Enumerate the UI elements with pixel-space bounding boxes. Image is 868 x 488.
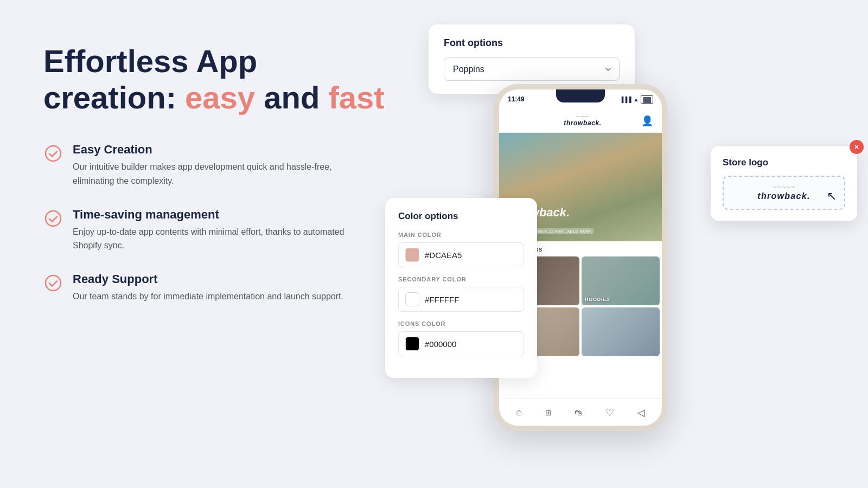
- svg-point-0: [46, 146, 61, 161]
- right-panel: Font options Poppins Roboto Inter Montse…: [380, 0, 868, 488]
- wifi-icon: ▲: [634, 97, 639, 102]
- phone-app-header: 〜〜〜 throwback. 👤: [499, 109, 662, 133]
- svg-point-1: [46, 211, 61, 226]
- secondary-color-swatch: [405, 292, 419, 306]
- phone-profile-icon[interactable]: 👤: [641, 115, 653, 127]
- title-and: and: [255, 80, 328, 115]
- main-color-label: MAIN COLOR: [398, 232, 524, 238]
- feature-ready-support-title: Ready Support: [73, 272, 343, 286]
- left-panel: Effortless App creation: easy and fast E…: [43, 43, 391, 303]
- main-color-swatch: [405, 248, 419, 262]
- color-options-title: Color options: [398, 211, 524, 222]
- icons-color-value: #000000: [425, 339, 456, 349]
- product-card-4[interactable]: [582, 307, 660, 356]
- brand-waves: 〜〜〜: [564, 115, 601, 119]
- close-button[interactable]: ×: [850, 140, 864, 154]
- phone-nav-bar: ⌂ ⊞ 🛍 ♡ ◁: [499, 399, 662, 426]
- phone-notch: [556, 89, 605, 102]
- title-line1: Effortless App: [43, 43, 257, 79]
- feature-time-saving-text: Time-saving management Enjoy up-to-date …: [73, 208, 355, 253]
- logo-text: throwback.: [731, 191, 837, 201]
- features-list: Easy Creation Our intuitive builder make…: [43, 143, 391, 303]
- font-options-title: Font options: [444, 37, 620, 49]
- nav-back-icon[interactable]: ◁: [637, 407, 645, 419]
- phone-brand-text: throwback.: [564, 119, 601, 127]
- feature-ready-support-desc: Our team stands by for immediate impleme…: [73, 290, 343, 304]
- icons-color-label: ICONS COLOR: [398, 320, 524, 327]
- color-options-card: Color options MAIN COLOR #DCAEA5 SECONDA…: [385, 198, 537, 378]
- phone-brand-logo: 〜〜〜 throwback.: [564, 115, 601, 127]
- icons-color-row[interactable]: #000000: [398, 331, 524, 356]
- product-label-hoodies: HOODIES: [585, 297, 610, 302]
- title-line2-prefix: creation:: [43, 80, 185, 115]
- phone-time: 11:49: [508, 95, 525, 103]
- phone-status-icons: ▐▐▐ ▲ ▓▓: [620, 95, 653, 104]
- checkmark-icon-3: [43, 273, 63, 293]
- feature-easy-creation: Easy Creation Our intuitive builder make…: [43, 143, 391, 188]
- nav-wishlist-icon[interactable]: ♡: [605, 407, 614, 419]
- nav-home-icon[interactable]: ⌂: [516, 407, 522, 418]
- feature-time-saving-title: Time-saving management: [73, 208, 355, 222]
- cursor-icon: ↖: [827, 189, 837, 203]
- title-fast: fast: [328, 80, 384, 115]
- phone-status-bar: 11:49 ▐▐▐ ▲ ▓▓: [499, 89, 662, 109]
- feature-ready-support-text: Ready Support Our team stands by for imm…: [73, 272, 343, 304]
- font-select[interactable]: Poppins Roboto Inter Montserrat: [444, 57, 620, 81]
- feature-easy-creation-text: Easy Creation Our intuitive builder make…: [73, 143, 355, 188]
- signal-icon: ▐▐▐: [620, 97, 631, 102]
- feature-time-saving: Time-saving management Enjoy up-to-date …: [43, 208, 391, 253]
- main-color-value: #DCAEA5: [425, 251, 462, 260]
- battery-icon: ▓▓: [641, 95, 653, 104]
- secondary-color-label: SECONDARY COLOR: [398, 276, 524, 282]
- checkmark-icon-2: [43, 209, 63, 228]
- feature-ready-support: Ready Support Our team stands by for imm…: [43, 272, 391, 304]
- feature-easy-creation-title: Easy Creation: [73, 143, 355, 157]
- nav-cart-icon[interactable]: 🛍: [575, 408, 583, 417]
- feature-time-saving-desc: Enjoy up-to-date app contents with minim…: [73, 225, 355, 253]
- store-logo-card: × Store logo 〜〜〜〜〜 throwback. ↖: [711, 146, 857, 221]
- icons-color-swatch: [405, 337, 419, 351]
- logo-preview-box[interactable]: 〜〜〜〜〜 throwback. ↖: [723, 176, 845, 210]
- checkmark-icon-1: [43, 144, 63, 163]
- product-card-hoodies[interactable]: HOODIES: [582, 256, 660, 305]
- svg-point-2: [46, 275, 61, 291]
- icons-color-section: ICONS COLOR #000000: [398, 320, 524, 356]
- main-title: Effortless App creation: easy and fast: [43, 43, 391, 115]
- nav-search-icon[interactable]: ⊞: [545, 408, 552, 417]
- main-color-row[interactable]: #DCAEA5: [398, 242, 524, 267]
- store-logo-title: Store logo: [723, 157, 845, 168]
- feature-easy-creation-desc: Our intuitive builder makes app developm…: [73, 160, 355, 188]
- title-easy: easy: [185, 80, 255, 115]
- secondary-color-value: #FFFFFF: [425, 295, 459, 304]
- font-options-card: Font options Poppins Roboto Inter Montse…: [429, 24, 635, 94]
- secondary-color-row[interactable]: #FFFFFF: [398, 287, 524, 312]
- logo-waves: 〜〜〜〜〜: [731, 184, 837, 190]
- main-color-section: MAIN COLOR #DCAEA5: [398, 232, 524, 267]
- secondary-color-section: SECONDARY COLOR #FFFFFF: [398, 276, 524, 312]
